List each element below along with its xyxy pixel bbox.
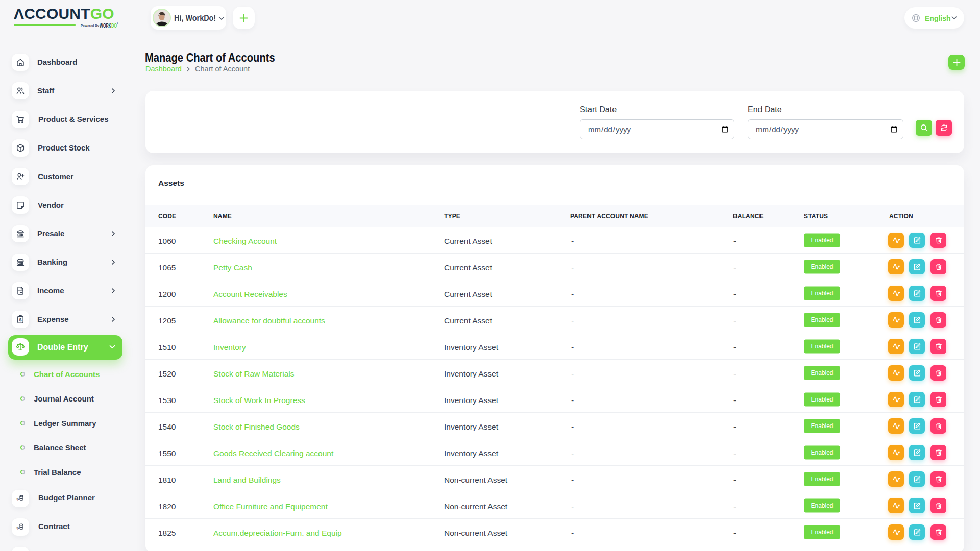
- svg-text:$: $: [19, 317, 22, 322]
- svg-text:$: $: [17, 525, 19, 530]
- svg-text:$: $: [17, 497, 19, 502]
